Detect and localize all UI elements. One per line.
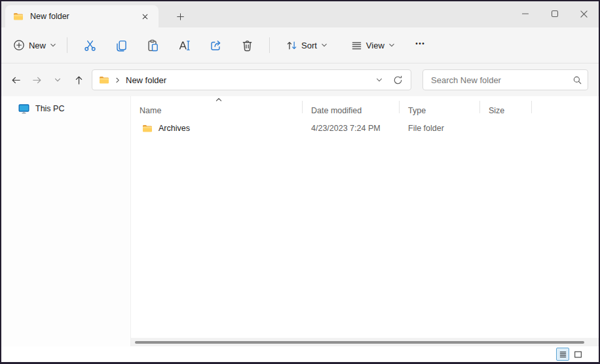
sort-arrows-icon [286, 40, 297, 51]
file-name: Archives [159, 124, 190, 133]
horizontal-scrollbar-thumb[interactable] [135, 341, 584, 344]
sidebar: This PC [1, 96, 131, 346]
tab-close-icon[interactable] [138, 9, 152, 24]
address-dropdown-button[interactable] [370, 71, 388, 88]
file-row-archives[interactable]: Archives 4/23/2023 7:24 PM File folder [131, 118, 599, 138]
file-explorer-window: New folder [0, 0, 600, 364]
search-input[interactable] [431, 75, 572, 85]
recent-locations-button[interactable] [48, 71, 67, 89]
arrow-left-icon [10, 75, 22, 86]
close-icon [580, 10, 588, 18]
sidebar-item-this-pc[interactable]: This PC [4, 100, 128, 117]
paste-icon [147, 39, 159, 52]
share-icon [210, 39, 222, 52]
command-toolbar: New [1, 27, 599, 64]
chevron-down-icon [50, 42, 56, 48]
folder-icon [99, 75, 109, 85]
minimize-button[interactable] [510, 1, 540, 26]
view-lines-icon [351, 40, 362, 51]
scissors-icon [84, 39, 96, 52]
file-list-area[interactable]: Name Date modified Type Size [131, 96, 599, 346]
view-button-label: View [366, 41, 384, 50]
forward-button[interactable] [28, 71, 46, 89]
folder-icon [13, 11, 24, 22]
chevron-down-icon [375, 76, 383, 84]
column-header-date-modified[interactable]: Date modified [303, 96, 400, 118]
chevron-down-icon [321, 42, 328, 48]
paste-button[interactable] [139, 33, 166, 57]
copy-button[interactable] [107, 33, 135, 57]
tab-new-folder[interactable]: New folder [5, 5, 159, 27]
body-area: This PC Name Date modified Type Size [1, 96, 599, 346]
chevron-down-icon [388, 42, 395, 48]
close-button[interactable] [569, 1, 599, 26]
sidebar-item-label: This PC [35, 104, 64, 113]
search-icon [572, 75, 582, 85]
tab-label: New folder [30, 12, 131, 21]
column-header-type[interactable]: Type [400, 96, 480, 118]
plus-icon [176, 12, 185, 21]
see-more-button[interactable]: ••• [407, 33, 434, 57]
chevron-right-icon [114, 77, 121, 84]
sort-button[interactable]: Sort [280, 33, 333, 57]
breadcrumb[interactable]: New folder [99, 75, 166, 85]
refresh-icon [393, 75, 403, 85]
back-button[interactable] [7, 71, 25, 89]
delete-button[interactable] [233, 33, 261, 57]
arrow-right-icon [31, 75, 43, 86]
toolbar-divider [67, 37, 67, 53]
maximize-button[interactable] [540, 1, 569, 26]
horizontal-scrollbar[interactable] [131, 338, 599, 346]
toolbar-divider [269, 37, 270, 53]
sort-button-label: Sort [301, 41, 317, 50]
up-button[interactable] [69, 71, 88, 89]
address-bar[interactable]: New folder [92, 69, 411, 90]
folder-icon [142, 123, 153, 134]
new-tab-button[interactable] [170, 7, 190, 26]
new-button-label: New [29, 41, 46, 50]
trash-icon [241, 39, 253, 52]
details-view-icon [559, 350, 567, 359]
search-box[interactable] [422, 69, 588, 90]
copy-icon [115, 39, 128, 52]
tab-bar: New folder [1, 1, 599, 27]
large-icons-view-button[interactable] [571, 348, 584, 361]
chevron-down-icon [54, 76, 62, 84]
column-header-name[interactable]: Name [131, 96, 303, 118]
file-type: File folder [408, 124, 444, 133]
large-icons-view-icon [574, 350, 582, 359]
refresh-button[interactable] [388, 71, 407, 88]
file-date-modified: 4/23/2023 7:24 PM [311, 124, 381, 133]
column-headers: Name Date modified Type Size [131, 96, 599, 118]
rename-icon [178, 39, 191, 52]
new-button[interactable]: New [9, 33, 60, 57]
status-bar [1, 346, 599, 362]
view-button[interactable]: View [345, 33, 401, 57]
arrow-up-icon [73, 75, 84, 86]
window-controls [510, 1, 599, 26]
navigation-bar: New folder [1, 64, 599, 96]
share-button[interactable] [202, 33, 229, 57]
minimize-icon [521, 10, 529, 18]
plus-circle-icon [13, 39, 25, 51]
monitor-icon [18, 103, 29, 114]
rename-button[interactable] [170, 33, 198, 57]
column-header-size[interactable]: Size [480, 96, 532, 118]
details-view-button[interactable] [556, 348, 569, 361]
breadcrumb-label[interactable]: New folder [126, 75, 166, 85]
maximize-icon [551, 10, 559, 18]
cut-button[interactable] [76, 33, 103, 57]
